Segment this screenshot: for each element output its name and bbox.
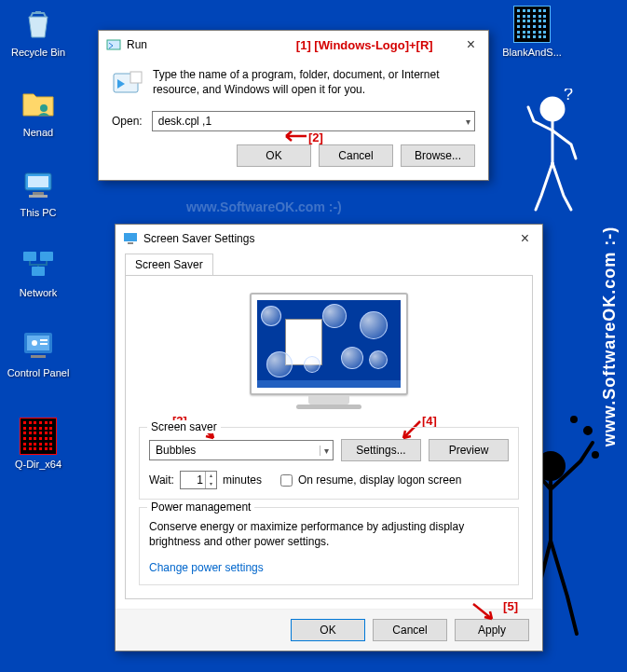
qdir-icon [20,418,57,455]
ss-title: Screen Saver Settings [143,232,515,245]
wait-label: Wait: [149,473,174,487]
svg-rect-8 [32,267,45,276]
decorative-figure-thinking: ? [506,89,590,219]
monitor-icon [123,231,138,246]
ss-titlebar[interactable]: Screen Saver Settings × [116,225,542,253]
change-power-settings-link[interactable]: Change power settings [149,561,264,574]
tab-screensaver[interactable]: Screen Saver [125,254,213,276]
preview-button[interactable]: Preview [429,439,509,461]
network-icon [20,246,57,283]
run-window-icon [106,37,121,52]
svg-rect-13 [40,343,48,345]
desktop-icon-label: Q-Dir_x64 [6,459,71,470]
desktop-icon-qdir[interactable]: Q-Dir_x64 [6,418,71,470]
svg-point-21 [572,418,576,421]
svg-rect-7 [40,252,53,261]
svg-rect-27 [124,233,137,241]
run-program-icon [112,68,143,100]
screensaver-select-value: Bubbles [156,444,196,457]
svg-rect-3 [28,176,48,187]
screensaver-group-label: Screen saver [147,420,221,433]
desktop-icon-control-panel[interactable]: Control Panel [6,326,71,378]
on-resume-label: On resume, display logon screen [298,473,461,487]
desktop-icon-label: Nenad [6,127,71,138]
control-panel-icon [20,326,57,363]
run-open-input[interactable]: desk.cpl ,1 ▾ [152,111,475,131]
run-titlebar[interactable]: Run [1] [Windows-Logo]+[R] × [99,31,488,59]
screensaver-select[interactable]: Bubbles ▾ [149,440,334,460]
run-hint-text: Type the name of a program, folder, docu… [153,68,475,97]
desktop-icon-label: Network [6,287,71,298]
desktop-icon-nenad[interactable]: Nenad [6,86,71,138]
settings-button[interactable]: Settings... [341,439,421,461]
wait-minutes-label: minutes [223,473,262,487]
ss-apply-button[interactable]: Apply [455,619,529,641]
pm-group-label: Power management [147,501,254,514]
desktop-icon-label: This PC [6,207,71,218]
run-open-value: desk.cpl ,1 [158,115,211,128]
svg-point-15 [541,98,564,120]
chevron-down-icon[interactable]: ▾ [320,446,329,456]
watermark-faint: www.SoftwareOK.com :-) [186,199,342,214]
svg-rect-14 [31,355,46,358]
svg-rect-6 [23,252,36,261]
annotation-4: [4] [422,414,437,428]
svg-rect-12 [40,339,48,341]
chevron-down-icon[interactable]: ▾ [466,117,470,127]
run-title: Run [127,38,296,51]
desktop-icon-blankands[interactable]: BlankAndS... [499,6,565,58]
desktop-icon-network[interactable]: Network [6,246,71,298]
screensaver-group: Screen saver Bubbles ▾ Settings... Previ… [139,427,519,500]
pm-text: Conserve energy or maximize performance … [149,519,509,549]
user-folder-icon [20,86,57,123]
close-icon[interactable]: × [515,230,535,247]
screensaver-dialog: Screen Saver Settings × Screen Saver [3]… [115,224,543,651]
svg-rect-0 [35,11,41,14]
desktop-icon-recycle-bin[interactable]: Recycle Bin [6,6,71,58]
svg-rect-28 [128,242,133,244]
desktop-icon-label: Control Panel [6,367,71,378]
blankands-icon [513,6,551,43]
power-management-group: Power management Conserve energy or maxi… [139,507,519,585]
run-browse-button[interactable]: Browse... [401,144,475,167]
spin-up-icon[interactable]: ▴ [205,472,216,480]
svg-rect-5 [29,195,48,198]
svg-rect-4 [33,192,44,195]
run-dialog: Run [1] [Windows-Logo]+[R] × Type the na… [98,30,489,181]
on-resume-checkbox[interactable] [280,474,293,487]
run-cancel-button[interactable]: Cancel [319,144,393,167]
this-pc-icon [20,166,57,203]
recycle-bin-icon [20,6,57,43]
wait-spinner[interactable]: 1 ▴▾ [180,471,217,489]
desktop-icon-label: BlankAndS... [499,47,565,58]
svg-point-22 [593,453,597,457]
svg-point-11 [32,340,37,346]
ss-cancel-button[interactable]: Cancel [373,619,447,641]
annotation-1: [1] [Windows-Logo]+[R] [296,38,433,52]
spin-down-icon[interactable]: ▾ [205,480,216,488]
svg-point-1 [40,104,48,112]
screensaver-preview-monitor [240,293,417,414]
run-open-label: Open: [112,115,143,128]
svg-point-19 [585,428,591,433]
desktop-icon-this-pc[interactable]: This PC [6,166,71,218]
svg-rect-26 [130,72,142,83]
desktop-icon-label: Recycle Bin [6,47,71,58]
ss-ok-button[interactable]: OK [291,619,365,641]
run-ok-button[interactable]: OK [237,144,311,167]
svg-text:?: ? [564,89,573,103]
close-icon[interactable]: × [461,36,481,53]
